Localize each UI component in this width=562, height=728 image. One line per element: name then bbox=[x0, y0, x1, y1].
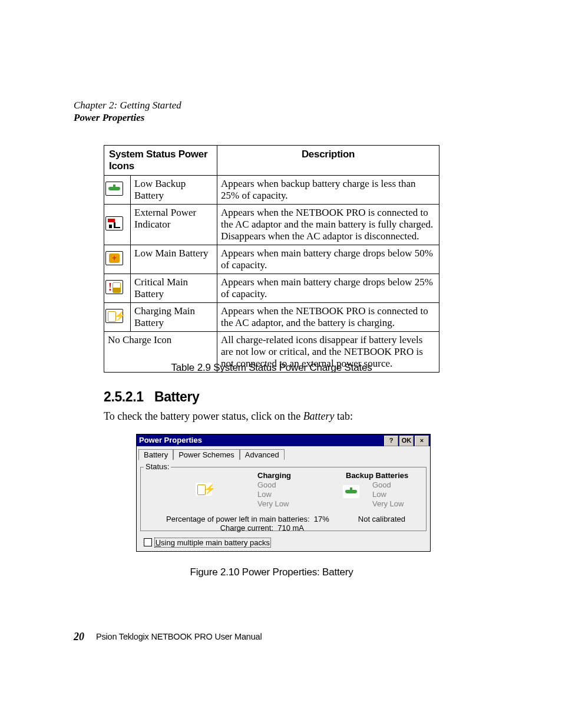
section-title: Battery bbox=[154, 389, 199, 405]
cur-value: 710 mA bbox=[277, 523, 304, 532]
backup-state-low: Low bbox=[372, 490, 467, 499]
row-label: Charging Main Battery bbox=[131, 303, 217, 332]
running-head: Chapter 2: Getting Started Power Propert… bbox=[74, 99, 181, 124]
low-backup-battery-icon bbox=[105, 182, 123, 196]
main-state-good: Good bbox=[257, 480, 352, 490]
body-post: tab: bbox=[335, 410, 353, 422]
low-main-battery-icon bbox=[105, 251, 123, 265]
pct-label: Percentage of power left in main batteri… bbox=[166, 515, 310, 523]
row-desc: Appears when main battery charge drops b… bbox=[217, 245, 439, 274]
tab-battery[interactable]: Battery bbox=[138, 449, 173, 460]
multiple-packs-label[interactable]: Using multiple main battery packs bbox=[154, 538, 271, 548]
col-head-icons: System Status Power Icons bbox=[104, 146, 217, 176]
row-label: Low Main Battery bbox=[131, 245, 217, 274]
dialog-titlebar: Power Properties ? OK × bbox=[137, 434, 430, 446]
help-button[interactable]: ? bbox=[384, 436, 398, 446]
col-head-desc: Description bbox=[217, 146, 439, 176]
cur-label: Charge current: bbox=[166, 523, 273, 532]
row-label: Critical Main Battery bbox=[131, 274, 217, 303]
charging-heading: Charging bbox=[257, 471, 352, 480]
backup-battery-column: Good Low Very Low bbox=[372, 471, 467, 509]
status-group-label: Status: bbox=[144, 462, 171, 471]
backup-state-very-low: Very Low bbox=[372, 499, 467, 509]
backup-state-good: Good bbox=[372, 480, 467, 490]
table-row: Critical Main Battery Appears when main … bbox=[104, 274, 439, 303]
power-properties-dialog: Power Properties ? OK × BatteryPower Sch… bbox=[136, 434, 431, 552]
table-caption: Table 2.9 System Status Power Charge Sta… bbox=[104, 362, 439, 374]
table-row: Low Main Battery Appears when main batte… bbox=[104, 245, 439, 274]
page: Chapter 2: Getting Started Power Propert… bbox=[0, 0, 562, 728]
section-label: Power Properties bbox=[74, 112, 144, 123]
main-battery-status-icon bbox=[196, 483, 212, 498]
page-number: 20 bbox=[74, 631, 84, 643]
battery-info-lines: Percentage of power left in main batteri… bbox=[166, 515, 424, 532]
ok-button[interactable]: OK bbox=[399, 436, 414, 446]
main-state-very-low: Very Low bbox=[257, 499, 352, 509]
main-state-low: Low bbox=[257, 490, 352, 499]
close-button[interactable]: × bbox=[415, 436, 429, 446]
pct-value: 17% bbox=[314, 515, 329, 523]
charging-main-battery-icon bbox=[105, 309, 123, 323]
section-number: 2.5.2.1 bbox=[104, 389, 144, 405]
row-desc: Appears when the NETBOOK PRO is connecte… bbox=[217, 303, 439, 332]
status-icons-table: System Status Power Icons Description Lo… bbox=[104, 145, 439, 373]
multiple-packs-checkbox[interactable] bbox=[144, 538, 152, 546]
table-row: Low Backup Battery Appears when backup b… bbox=[104, 176, 439, 205]
row-desc: Appears when main battery charge drops b… bbox=[217, 274, 439, 303]
chapter-label: Chapter 2: Getting Started bbox=[74, 100, 181, 111]
not-calibrated: Not calibrated bbox=[358, 515, 405, 523]
dialog-title: Power Properties bbox=[139, 434, 202, 446]
body-pre: To check the battery power status, click… bbox=[104, 410, 303, 422]
tab-power-schemes[interactable]: Power Schemes bbox=[173, 449, 240, 460]
dialog-tabs: BatteryPower SchemesAdvanced bbox=[138, 449, 285, 460]
multiple-packs-row: Using multiple main battery packs bbox=[144, 538, 271, 548]
table-row: External Power Indicator Appears when th… bbox=[104, 205, 439, 245]
tab-advanced[interactable]: Advanced bbox=[240, 449, 285, 460]
footer-doc-title: Psion Teklogix NETBOOK PRO User Manual bbox=[96, 632, 262, 641]
table-row: Charging Main Battery Appears when the N… bbox=[104, 303, 439, 332]
critical-main-battery-icon bbox=[105, 280, 123, 294]
row-desc: Appears when backup battery charge is le… bbox=[217, 176, 439, 205]
main-battery-column: Charging Good Low Very Low bbox=[257, 471, 352, 509]
figure-caption: Figure 2.10 Power Properties: Battery bbox=[104, 566, 439, 578]
row-label: Low Backup Battery bbox=[131, 176, 217, 205]
body-em: Battery bbox=[303, 410, 335, 422]
row-desc: Appears when the NETBOOK PRO is connecte… bbox=[217, 205, 439, 245]
body-text: To check the battery power status, click… bbox=[104, 410, 353, 423]
row-label: External Power Indicator bbox=[131, 205, 217, 245]
external-power-icon bbox=[105, 216, 123, 230]
